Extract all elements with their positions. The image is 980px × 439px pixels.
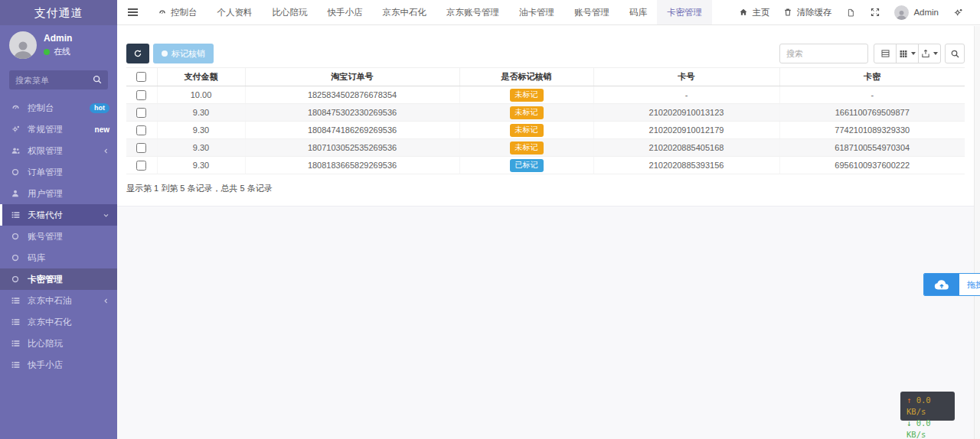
navbar-user[interactable]: Admin bbox=[887, 0, 946, 25]
trash-icon bbox=[783, 8, 792, 17]
tab-card-secret[interactable]: 卡密管理 bbox=[657, 0, 712, 24]
status-badge[interactable]: 未标记 bbox=[510, 89, 544, 102]
cell-status: 未标记 bbox=[459, 86, 593, 104]
cell-card-secret: 1661100769509877 bbox=[779, 104, 965, 122]
user-name: Admin bbox=[44, 33, 72, 44]
cloud-upload-icon bbox=[933, 278, 950, 291]
row-checkbox[interactable] bbox=[136, 90, 146, 100]
tab-account-mgmt[interactable]: 账号管理 bbox=[564, 0, 619, 24]
cell-amount: 9.30 bbox=[157, 122, 245, 139]
download-speed: ↓ 0.0 KB/s bbox=[906, 418, 949, 439]
card-view-icon bbox=[880, 49, 890, 58]
upload-button[interactable] bbox=[924, 274, 959, 295]
top-navbar: 控制台 个人资料 比心陪玩 快手小店 京东中石化 京东账号管理 油卡管理 账号管… bbox=[117, 0, 980, 25]
sidebar-item-jd-petrochina[interactable]: 京东中石油 bbox=[0, 290, 117, 311]
clear-cache-button[interactable]: 清除缓存 bbox=[776, 0, 838, 25]
home-button[interactable]: 主页 bbox=[732, 0, 776, 25]
tab-kuaishou[interactable]: 快手小店 bbox=[318, 0, 373, 24]
cell-card-no: 2102020885393156 bbox=[593, 157, 779, 174]
caret-down-icon bbox=[933, 52, 938, 55]
tab-fuel-card[interactable]: 油卡管理 bbox=[509, 0, 564, 24]
col-order-no: 淘宝订单号 bbox=[245, 68, 459, 86]
sidebar-item-account-mgmt[interactable]: 账号管理 bbox=[0, 226, 117, 247]
export-button[interactable] bbox=[918, 44, 941, 63]
columns-button[interactable] bbox=[896, 44, 919, 63]
col-amount: 支付金额 bbox=[157, 68, 245, 86]
cell-amount: 9.30 bbox=[157, 157, 245, 174]
row-checkbox[interactable] bbox=[136, 161, 146, 171]
cell-order-no: 1808475302330269536 bbox=[245, 104, 459, 122]
chevron-down-icon bbox=[103, 212, 109, 219]
status-badge[interactable]: 未标记 bbox=[510, 141, 544, 154]
cell-status: 未标记 bbox=[459, 139, 593, 157]
nav-tabs: 控制台 个人资料 比心陪玩 快手小店 京东中石化 京东账号管理 油卡管理 账号管… bbox=[148, 0, 712, 24]
tab-jd-sinopec[interactable]: 京东中石化 bbox=[373, 0, 437, 24]
copy-icon[interactable] bbox=[838, 0, 863, 25]
refresh-button[interactable] bbox=[126, 44, 149, 63]
scrollbar[interactable] bbox=[974, 26, 980, 439]
net-speed-widget: ↑ 0.0 KB/s ↓ 0.0 KB/s bbox=[900, 392, 955, 421]
sidebar-item-dashboard[interactable]: 控制台 hot bbox=[0, 97, 117, 119]
chevron-left-icon bbox=[103, 298, 109, 304]
tab-profile[interactable]: 个人资料 bbox=[207, 0, 263, 24]
sidebar-item-bixin[interactable]: 比心陪玩 bbox=[0, 333, 117, 354]
expand-icon[interactable] bbox=[863, 0, 887, 25]
circle-icon bbox=[11, 275, 21, 285]
row-checkbox[interactable] bbox=[136, 108, 146, 118]
select-all-checkbox[interactable] bbox=[136, 72, 146, 82]
row-checkbox[interactable] bbox=[136, 143, 146, 153]
upload-label[interactable]: 拖拽上传 bbox=[959, 274, 980, 295]
search-button[interactable] bbox=[945, 44, 965, 63]
cell-card-secret: - bbox=[779, 86, 965, 104]
sidebar-item-code-bank[interactable]: 码库 bbox=[0, 247, 117, 268]
sidebar-item-jd-sinopec[interactable]: 京东中石化 bbox=[0, 311, 117, 333]
cell-amount: 9.30 bbox=[157, 104, 245, 122]
avatar bbox=[894, 5, 909, 20]
row-checkbox[interactable] bbox=[136, 125, 146, 135]
tab-jd-accounts[interactable]: 京东账号管理 bbox=[436, 0, 509, 24]
status-badge[interactable]: 未标记 bbox=[510, 124, 544, 137]
card-view-toggle-button[interactable] bbox=[874, 44, 897, 63]
sidebar-item-tmall-pay[interactable]: 天猫代付 bbox=[0, 204, 117, 226]
table-row[interactable]: 9.30 1808474186269269536 未标记 21020209100… bbox=[126, 122, 965, 139]
cell-order-no: 1825834502876678354 bbox=[245, 86, 459, 104]
list-icon bbox=[11, 317, 21, 327]
sidebar-item-orders[interactable]: 订单管理 bbox=[0, 161, 117, 183]
col-status: 是否标记核销 bbox=[459, 68, 593, 86]
sidebar-item-general[interactable]: 常规管理 new bbox=[0, 119, 117, 140]
cell-card-no: 2102020885405168 bbox=[593, 139, 779, 157]
cell-card-secret: 6187100554970304 bbox=[779, 139, 965, 157]
circle-icon bbox=[11, 167, 21, 177]
tab-bixin[interactable]: 比心陪玩 bbox=[263, 0, 318, 24]
hamburger-icon[interactable] bbox=[117, 0, 148, 24]
gear-icon[interactable] bbox=[946, 0, 971, 25]
sidebar-item-kuaishou[interactable]: 快手小店 bbox=[0, 354, 117, 376]
table-row[interactable]: 9.30 1808475302330269536 未标记 21020209100… bbox=[126, 104, 965, 122]
status-badge[interactable]: 已标记 bbox=[510, 159, 544, 172]
home-icon bbox=[739, 8, 748, 17]
sidebar-item-card-secret[interactable]: 卡密管理 bbox=[0, 268, 117, 290]
table-row[interactable]: 10.00 1825834502876678354 未标记 - - bbox=[126, 86, 965, 104]
col-card-secret: 卡密 bbox=[779, 68, 965, 86]
status-badge[interactable]: 未标记 bbox=[510, 106, 544, 119]
cell-card-no: 2102020910013123 bbox=[593, 104, 779, 122]
tab-code-bank[interactable]: 码库 bbox=[619, 0, 657, 24]
tab-dashboard[interactable]: 控制台 bbox=[148, 0, 207, 24]
search-icon bbox=[950, 49, 960, 59]
mark-writeoff-button[interactable]: 标记核销 bbox=[153, 44, 214, 63]
circle-icon bbox=[162, 50, 168, 57]
avatar bbox=[9, 31, 37, 59]
table-toolbar: 标记核销 bbox=[117, 26, 974, 67]
cell-card-secret: 6956100937600222 bbox=[779, 157, 965, 174]
new-badge: new bbox=[95, 125, 109, 134]
table-row[interactable]: 9.30 1807103052535269536 未标记 21020208854… bbox=[126, 139, 965, 157]
sidebar-item-permissions[interactable]: 权限管理 bbox=[0, 140, 117, 161]
hot-badge: hot bbox=[90, 103, 109, 113]
sidebar-item-users[interactable]: 用户管理 bbox=[0, 183, 117, 204]
table-search-input[interactable] bbox=[779, 44, 868, 63]
user-status-label: 在线 bbox=[54, 46, 70, 57]
person-icon bbox=[12, 39, 34, 59]
cell-card-secret: 7742101089329330 bbox=[779, 122, 965, 139]
table-row[interactable]: 9.30 1808183665829269536 已标记 21020208853… bbox=[126, 157, 965, 174]
cell-order-no: 1808183665829269536 bbox=[245, 157, 459, 174]
